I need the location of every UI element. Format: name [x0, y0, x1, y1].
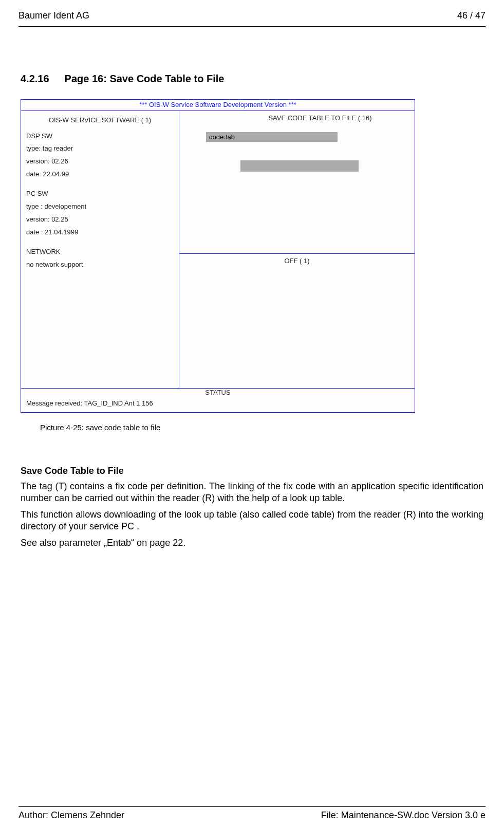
- page-header: Baumer Ident AG 46 / 47: [0, 0, 504, 24]
- page-number: 46 / 47: [457, 10, 486, 21]
- status-message: Message received: TAG_ID_IND Ant 1 156: [21, 396, 415, 412]
- section-title: Page 16: Save Code Table to File: [65, 73, 225, 84]
- blank-field[interactable]: [240, 160, 359, 172]
- right-column: SAVE CODE TABLE TO FILE ( 16) code.tab O…: [179, 111, 415, 388]
- body-paragraph-2: This function allows downloading of the …: [21, 509, 483, 533]
- page-footer: Author: Clemens Zehnder File: Maintenanc…: [18, 806, 486, 821]
- off-pane: OFF ( 1): [179, 254, 415, 388]
- dsp-date: date: 22.04.99: [26, 168, 174, 181]
- dsp-type: type: tag reader: [26, 142, 174, 155]
- dsp-version: version: 02.26: [26, 155, 174, 168]
- pc-sw-label: PC SW: [26, 188, 174, 200]
- section-number: 4.2.16: [21, 73, 62, 85]
- page-content: 4.2.16 Page 16: Save Code Table to File …: [0, 73, 504, 549]
- network-line: no network support: [26, 259, 174, 271]
- footer-author: Author: Clemens Zehnder: [18, 810, 124, 821]
- app-screenshot: *** OIS-W Service Software Development V…: [21, 99, 415, 413]
- right-bottom-title: OFF ( 1): [184, 257, 409, 265]
- status-label: STATUS: [21, 389, 415, 396]
- figure-caption: Picture 4-25: save code table to file: [40, 423, 483, 432]
- app-body: OIS-W SERVICE SOFTWARE ( 1) DSP SW type:…: [21, 111, 415, 388]
- save-code-table-pane: SAVE CODE TABLE TO FILE ( 16) code.tab: [179, 111, 415, 254]
- status-bar: STATUS Message received: TAG_ID_IND Ant …: [21, 388, 415, 412]
- network-block: NETWORK no network support: [26, 246, 174, 271]
- network-label: NETWORK: [26, 246, 174, 259]
- header-divider: [18, 26, 486, 27]
- body-paragraph-1: The tag (T) contains a fix code per defi…: [21, 481, 483, 505]
- left-info-pane: OIS-W SERVICE SOFTWARE ( 1) DSP SW type:…: [21, 111, 179, 388]
- section-heading: 4.2.16 Page 16: Save Code Table to File: [21, 73, 483, 85]
- body-subheading: Save Code Table to File: [21, 466, 483, 476]
- code-table-filename-input[interactable]: code.tab: [206, 132, 338, 142]
- body-paragraph-3: See also parameter „Entab“ on page 22.: [21, 537, 483, 549]
- footer-divider: [18, 806, 486, 807]
- pc-type: type : developement: [26, 200, 174, 213]
- pc-version: version: 02.25: [26, 213, 174, 226]
- right-top-title: SAVE CODE TABLE TO FILE ( 16): [231, 114, 409, 122]
- footer-file: File: Maintenance-SW.doc Version 3.0 e: [321, 810, 486, 821]
- company-name: Baumer Ident AG: [18, 10, 89, 21]
- dsp-sw-label: DSP SW: [26, 130, 174, 143]
- pc-sw-block: PC SW type : developement version: 02.25…: [26, 188, 174, 238]
- document-page: Baumer Ident AG 46 / 47 4.2.16 Page 16: …: [0, 0, 504, 828]
- left-pane-title: OIS-W SERVICE SOFTWARE ( 1): [26, 114, 174, 127]
- app-window-title: *** OIS-W Service Software Development V…: [21, 100, 415, 111]
- pc-date: date : 21.04.1999: [26, 226, 174, 239]
- dsp-sw-block: DSP SW type: tag reader version: 02.26 d…: [26, 130, 174, 181]
